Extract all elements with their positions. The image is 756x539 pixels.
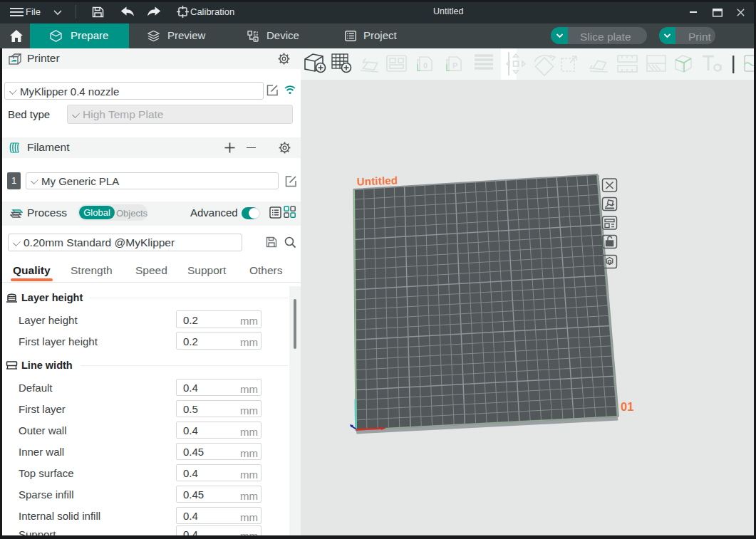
svg-text:Untitled: Untitled — [357, 174, 398, 188]
svg-text:01: 01 — [621, 400, 633, 413]
svg-text:0: 0 — [423, 61, 428, 70]
svg-text:P: P — [452, 61, 457, 70]
